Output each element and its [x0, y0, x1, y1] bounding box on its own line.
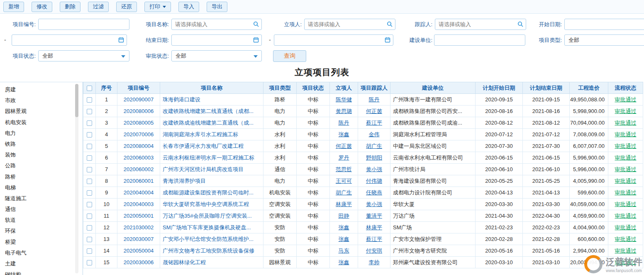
column-header[interactable]: 计划结束日期: [523, 82, 570, 94]
cell-code[interactable]: 2020050004: [117, 245, 160, 257]
cell-initiator[interactable]: 陈华健: [330, 94, 358, 106]
sidebar-item[interactable]: 环保: [0, 226, 83, 236]
cell-initiator[interactable]: 张鑫: [330, 233, 358, 245]
cell-code[interactable]: 2020090007: [117, 94, 160, 106]
cell-flow[interactable]: 审批通过: [608, 117, 643, 129]
column-header[interactable]: 项目跟踪人: [358, 82, 390, 94]
export-button[interactable]: 导出: [207, 2, 227, 12]
cell-flow[interactable]: 审批通过: [608, 187, 643, 199]
cell-code[interactable]: 2020070006: [117, 129, 160, 140]
sidebar-scrollbar-thumb[interactable]: [75, 84, 78, 117]
row-checkbox[interactable]: [87, 260, 92, 265]
sidebar-item[interactable]: 隧道施工: [0, 193, 83, 204]
print-button[interactable]: 打印: [144, 2, 171, 12]
cell-tracker[interactable]: 何正茵: [358, 106, 390, 117]
cell-tracker[interactable]: 黄小强: [358, 164, 390, 175]
cell-initiator[interactable]: 何正茵: [330, 140, 358, 152]
cell-flow[interactable]: 审批通过: [608, 199, 643, 210]
row-checkbox[interactable]: [87, 225, 92, 231]
cell-tracker[interactable]: 任晓燕: [358, 187, 390, 199]
cell-name[interactable]: 广安邓小平纪念馆安全防范系统维护...: [160, 233, 263, 245]
sidebar-item[interactable]: 电子电气: [0, 248, 83, 258]
cell-code[interactable]: 2020080005: [117, 117, 160, 129]
row-checkbox[interactable]: [87, 144, 92, 149]
cell-tracker[interactable]: 蔡江平: [358, 117, 390, 129]
delete-button[interactable]: 删除: [60, 2, 80, 12]
cell-tracker[interactable]: 董清平: [358, 210, 390, 222]
cell-name[interactable]: 改建铁路线增建第二线直通线（成都...: [160, 106, 263, 117]
cell-initiator[interactable]: 张鑫: [330, 222, 358, 233]
sidebar-item[interactable]: 土建: [0, 258, 83, 269]
cell-flow[interactable]: 审批通过: [608, 106, 643, 117]
sidebar-item[interactable]: 铁路: [0, 139, 83, 150]
sidebar-scrollbar[interactable]: [75, 84, 78, 273]
cell-name[interactable]: 湖南洞庭湖水库引水工程施工标: [160, 129, 263, 140]
column-header[interactable]: 流程状态: [608, 82, 643, 94]
sidebar-item[interactable]: 轨道: [0, 215, 83, 226]
cell-name[interactable]: 珠海鹤港口建设: [160, 94, 263, 106]
sidebar-item[interactable]: 装饰: [0, 150, 83, 160]
sidebar-item[interactable]: 园林景观: [0, 106, 83, 117]
cell-name[interactable]: 云南水利枢纽潜明水库一期工程施工标: [160, 152, 263, 164]
cell-code[interactable]: 2020040004: [117, 187, 160, 199]
cell-initiator[interactable]: 罗丹: [330, 152, 358, 164]
row-checkbox[interactable]: [87, 248, 92, 254]
cell-tracker[interactable]: 黄小强: [358, 199, 390, 210]
row-checkbox[interactable]: [87, 109, 92, 114]
column-header[interactable]: 项目类型: [263, 82, 297, 94]
cell-name[interactable]: 改建铁路成渝线增建第二直通线（成...: [160, 117, 263, 129]
sidebar-item[interactable]: 公路: [0, 160, 83, 171]
cell-flow[interactable]: 审批通过: [608, 222, 643, 233]
cell-tracker[interactable]: 林康平: [358, 222, 390, 233]
select-all-checkbox[interactable]: [87, 86, 92, 91]
cell-initiator[interactable]: 田静: [330, 210, 358, 222]
sidebar-item[interactable]: 桥梁: [0, 237, 83, 248]
cell-code[interactable]: 2020080004: [117, 140, 160, 152]
row-checkbox[interactable]: [87, 97, 92, 103]
cell-initiator[interactable]: 马东: [330, 245, 358, 257]
start-date-to-input[interactable]: [12, 34, 127, 46]
row-checkbox[interactable]: [87, 179, 92, 184]
cell-code[interactable]: 2020040003: [117, 199, 160, 210]
cell-tracker[interactable]: 胡广生: [358, 140, 390, 152]
cell-tracker[interactable]: 金伟: [358, 129, 390, 140]
cell-flow[interactable]: 审批通过: [608, 175, 643, 187]
restore-button[interactable]: 还原: [116, 2, 137, 12]
cell-code[interactable]: 2020060003: [117, 152, 160, 164]
row-checkbox[interactable]: [87, 120, 92, 126]
end-date-from-input[interactable]: [171, 34, 262, 46]
cell-flow[interactable]: 审批通过: [608, 94, 643, 106]
sidebar-item[interactable]: 市政: [0, 95, 83, 106]
sidebar-item[interactable]: 电力: [0, 128, 83, 139]
cell-initiator[interactable]: 黄思璐: [330, 106, 358, 117]
column-header[interactable]: 建设单位: [390, 82, 476, 94]
sidebar-item[interactable]: 机电安装: [0, 117, 83, 128]
cell-tracker[interactable]: 蔡江平: [358, 233, 390, 245]
cell-name[interactable]: 广州市文物考古工地安防系统设备保修: [160, 245, 263, 257]
row-checkbox[interactable]: [87, 167, 92, 172]
cell-flow[interactable]: 审批通过: [608, 245, 643, 257]
cell-code[interactable]: 2020030007: [117, 233, 160, 245]
import-button[interactable]: 导入: [178, 2, 199, 12]
calendar-icon[interactable]: [118, 37, 124, 43]
cell-name[interactable]: 万达广场35#会所及咖啡厅空调安装...: [160, 210, 263, 222]
cell-code[interactable]: 2020030006: [117, 257, 160, 268]
org-input[interactable]: [434, 34, 525, 46]
search-icon[interactable]: [517, 21, 523, 27]
cell-tracker[interactable]: 付伟璐: [358, 175, 390, 187]
column-header[interactable]: 立项人: [330, 82, 358, 94]
sidebar-item[interactable]: 通信: [0, 204, 83, 215]
start-date-from-input[interactable]: [564, 19, 644, 30]
sidebar-item[interactable]: 电梯: [0, 182, 83, 193]
cell-tracker[interactable]: 付安琪: [358, 245, 390, 257]
cell-initiator[interactable]: 陈丹: [330, 117, 358, 129]
sidebar-item[interactable]: 钢结构: [0, 269, 83, 275]
row-checkbox[interactable]: [87, 237, 92, 242]
column-header[interactable]: 工程造价: [570, 82, 608, 94]
sidebar-item[interactable]: 路桥: [0, 172, 83, 182]
filter-button[interactable]: 过滤: [88, 2, 109, 12]
cell-tracker[interactable]: 陈丹: [358, 94, 390, 106]
cell-initiator[interactable]: 张鑫: [330, 129, 358, 140]
tracker-input[interactable]: [435, 19, 526, 30]
column-header[interactable]: 序号: [96, 82, 117, 94]
